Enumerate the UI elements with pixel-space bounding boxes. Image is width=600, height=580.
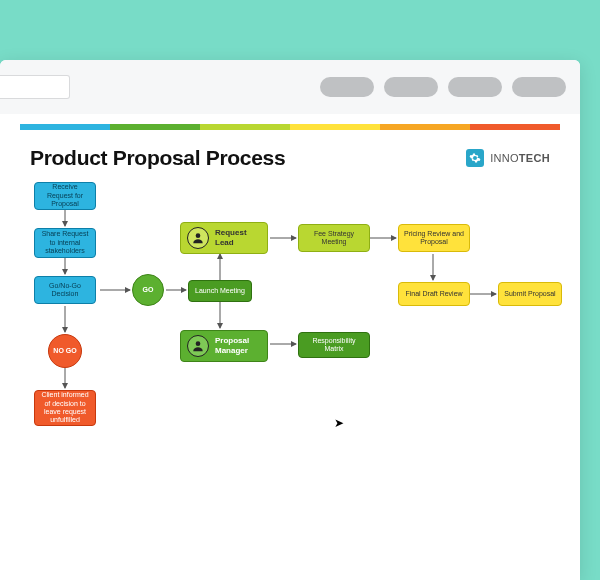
flowchart: Receive Request for Proposal Share Reque… [30,182,550,522]
node-responsibility[interactable]: Responsibility Matrix [298,332,370,358]
browser-chrome [0,60,580,114]
node-label: Pricing Review and Proposal [403,230,465,247]
svg-point-14 [196,341,201,346]
browser-window: Product Proposal Process INNOTECH [0,60,580,580]
node-decision[interactable]: Go/No-Go Decision [34,276,96,304]
node-label: Receive Request for Proposal [39,183,91,208]
node-label: GO [143,286,154,294]
node-label: Go/No-Go Decision [39,282,91,299]
node-label: Client informed of decision to leave req… [39,391,91,425]
node-receive[interactable]: Receive Request for Proposal [34,182,96,210]
node-fee[interactable]: Fee Strategy Meeting [298,224,370,252]
svg-point-13 [196,233,201,238]
node-label: Launch Meeting [195,287,245,295]
brand-text: INNOTECH [490,152,550,164]
node-label: NO GO [53,347,76,355]
browser-button-3[interactable] [448,77,502,97]
browser-button-2[interactable] [384,77,438,97]
doc-header: Product Proposal Process INNOTECH [30,146,550,170]
cursor-icon: ➤ [334,416,344,430]
node-label: Proposal Manager [215,336,263,355]
node-inform[interactable]: Client informed of decision to leave req… [34,390,96,426]
browser-button-1[interactable] [320,77,374,97]
address-bar[interactable] [0,75,70,99]
node-final[interactable]: Final Draft Review [398,282,470,306]
node-submit[interactable]: Submit Proposal [498,282,562,306]
node-launch[interactable]: Launch Meeting [188,280,252,302]
gear-icon [466,149,484,167]
node-label: Submit Proposal [504,290,555,298]
canvas-area: Product Proposal Process INNOTECH [0,114,580,540]
node-label: Final Draft Review [405,290,462,298]
browser-button-4[interactable] [512,77,566,97]
node-nogo[interactable]: NO GO [48,334,82,368]
document: Product Proposal Process INNOTECH [20,130,560,540]
person-icon [187,335,209,357]
node-pricing[interactable]: Pricing Review and Proposal [398,224,470,252]
browser-buttons [320,77,566,97]
node-label: Request Lead [215,228,263,247]
page-title: Product Proposal Process [30,146,285,170]
brand-logo: INNOTECH [466,149,550,167]
person-icon [187,227,209,249]
node-go[interactable]: GO [132,274,164,306]
node-role-lead[interactable]: Request Lead [180,222,268,254]
node-label: Fee Strategy Meeting [303,230,365,247]
node-label: Share Request to internal stakeholders [39,230,91,255]
node-share[interactable]: Share Request to internal stakeholders [34,228,96,258]
node-role-manager[interactable]: Proposal Manager [180,330,268,362]
node-label: Responsibility Matrix [303,337,365,354]
